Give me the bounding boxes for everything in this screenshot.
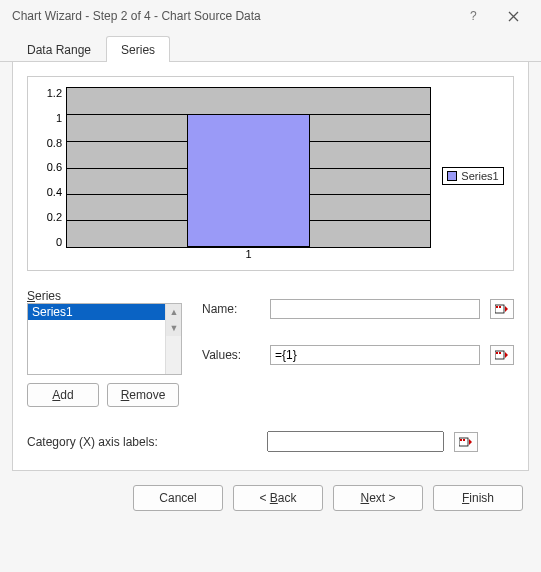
chart-legend: Series1	[442, 167, 503, 185]
remove-button[interactable]: Remove	[107, 383, 179, 407]
ytick: 0.8	[47, 137, 62, 149]
chart-preview: 1.2 1 0.8 0.6 0.4 0.2 0	[27, 76, 514, 271]
titlebar: Chart Wizard - Step 2 of 4 - Chart Sourc…	[0, 0, 541, 32]
scroll-down-icon[interactable]: ▼	[166, 320, 182, 336]
ytick: 0.4	[47, 186, 62, 198]
category-range-picker-button[interactable]	[454, 432, 478, 452]
values-label: Values:	[202, 348, 260, 362]
back-button[interactable]: < Back	[233, 485, 323, 511]
values-input[interactable]	[270, 345, 480, 365]
ytick: 0.6	[47, 161, 62, 173]
chart-plot-area	[66, 87, 431, 248]
name-input[interactable]	[270, 299, 480, 319]
tab-series[interactable]: Series	[106, 36, 170, 62]
name-label: Name:	[202, 302, 260, 316]
tab-bar: Data Range Series	[0, 32, 541, 62]
svg-rect-2	[496, 306, 498, 308]
svg-rect-3	[499, 306, 501, 308]
add-button[interactable]: Add	[27, 383, 99, 407]
svg-rect-9	[463, 439, 465, 441]
chart-y-axis: 1.2 1 0.8 0.6 0.4 0.2 0	[36, 87, 66, 248]
svg-rect-6	[499, 352, 501, 354]
series-list-item[interactable]: Series1	[28, 304, 181, 320]
scroll-up-icon[interactable]: ▲	[166, 304, 182, 320]
xtick: 1	[245, 248, 251, 264]
category-axis-input[interactable]	[267, 431, 444, 452]
finish-button[interactable]: Finish	[433, 485, 523, 511]
ytick: 1	[56, 112, 62, 124]
legend-label: Series1	[461, 170, 498, 182]
chart-bar-1	[187, 114, 310, 247]
values-range-picker-button[interactable]	[490, 345, 514, 365]
window-title: Chart Wizard - Step 2 of 4 - Chart Sourc…	[12, 9, 453, 23]
next-button[interactable]: Next >	[333, 485, 423, 511]
tab-data-range[interactable]: Data Range	[12, 36, 106, 62]
close-button[interactable]	[493, 2, 533, 30]
tab-page-series: 1.2 1 0.8 0.6 0.4 0.2 0	[12, 62, 529, 471]
wizard-footer: Cancel < Back Next > Finish	[0, 471, 541, 525]
svg-text:?: ?	[470, 10, 477, 22]
category-axis-label: Category (X) axis labels:	[27, 435, 257, 449]
legend-swatch-icon	[447, 171, 457, 181]
name-range-picker-button[interactable]	[490, 299, 514, 319]
chart-x-axis: 1	[36, 248, 431, 264]
ytick: 0.2	[47, 211, 62, 223]
svg-rect-8	[460, 439, 462, 441]
listbox-scrollbar[interactable]: ▲ ▼	[165, 304, 181, 374]
cancel-button[interactable]: Cancel	[133, 485, 223, 511]
series-listbox[interactable]: Series1 ▲ ▼	[27, 303, 182, 375]
ytick: 1.2	[47, 87, 62, 99]
help-button[interactable]: ?	[453, 2, 493, 30]
ytick: 0	[56, 236, 62, 248]
svg-rect-5	[496, 352, 498, 354]
series-label: Series	[27, 289, 182, 303]
